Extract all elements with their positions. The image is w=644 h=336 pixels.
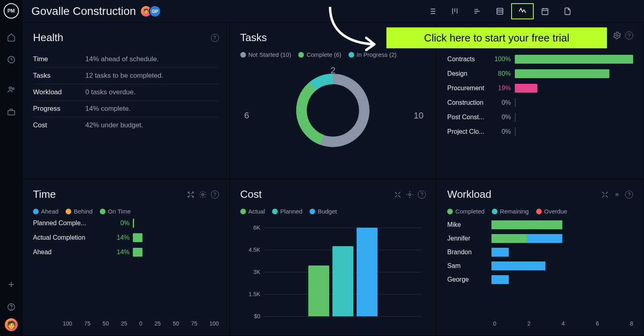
svg-rect-7: [542, 8, 548, 15]
project-title: Govalle Construction: [31, 5, 136, 18]
workload-legend: CompletedRemainingOverdue: [447, 208, 633, 215]
tasks-legend: Not Started (10)Complete (6)In Progress …: [240, 51, 426, 58]
legend-item[interactable]: Completed: [447, 208, 485, 215]
donut-label-complete: 6: [244, 110, 249, 121]
cost-bar: [332, 246, 353, 316]
card-title: Tasks: [240, 31, 267, 44]
view-switcher: [421, 3, 579, 19]
view-calendar-icon[interactable]: [534, 3, 556, 19]
legend-item[interactable]: Planned: [272, 208, 302, 215]
workload-row: George: [447, 275, 633, 284]
nav-recent-icon[interactable]: [0, 48, 23, 71]
view-dashboard-icon[interactable]: [511, 3, 534, 19]
help-icon[interactable]: ?: [211, 191, 219, 199]
card-title: Health: [33, 31, 63, 44]
legend-item[interactable]: Not Started (10): [240, 51, 291, 58]
legend-item[interactable]: Remaining: [492, 208, 529, 215]
phase-row: Contracts100%: [447, 55, 633, 64]
workload-row: Sam: [447, 261, 633, 270]
expand-icon[interactable]: [187, 191, 195, 199]
dashboard-grid: Health ? Time14% ahead of schedule.Tasks…: [23, 23, 644, 336]
view-sheet-icon[interactable]: [489, 3, 511, 19]
cost-chart: 6K4.5K3K1.5K$0: [240, 220, 426, 324]
card-title: Time: [33, 188, 56, 201]
nav-briefcase-icon[interactable]: [0, 101, 23, 123]
phase-row: Project Clo...0%: [447, 127, 633, 136]
donut-label-notstarted: 10: [414, 110, 423, 121]
legend-item[interactable]: Actual: [240, 208, 265, 215]
settings-icon[interactable]: [199, 191, 207, 199]
view-board-icon[interactable]: [444, 3, 466, 19]
cost-bar: [357, 228, 378, 316]
health-row: Workload0 tasks overdue.: [33, 84, 219, 101]
workload-row: Brandon: [447, 248, 633, 257]
svg-point-2: [12, 88, 14, 90]
app-logo[interactable]: PM: [4, 3, 19, 19]
health-row: Time14% ahead of schedule.: [33, 51, 219, 68]
svg-point-12: [202, 193, 204, 195]
time-row: Planned Comple...0%: [33, 219, 219, 228]
card-time: Time ? AheadBehindOn Time Planned Comple…: [23, 179, 230, 336]
legend-item[interactable]: Ahead: [33, 208, 58, 215]
svg-point-1: [9, 87, 11, 89]
nav-rail: PM 🧑: [0, 0, 23, 336]
legend-item[interactable]: Overdue: [536, 208, 568, 215]
time-row: Ahead14%: [33, 248, 219, 257]
time-axis: 1007550250255075100: [63, 320, 219, 327]
nav-add-icon[interactable]: [0, 273, 23, 296]
topbar: Govalle Construction 🧑 GP: [23, 0, 644, 23]
donut-label-inprogress: 2: [330, 65, 335, 76]
legend-item[interactable]: In Progress (2): [349, 51, 396, 58]
svg-point-11: [616, 35, 618, 37]
time-legend: AheadBehindOn Time: [33, 208, 219, 215]
time-row: Actual Completion14%: [33, 233, 219, 242]
help-icon[interactable]: ?: [625, 191, 633, 199]
member-avatar[interactable]: GP: [149, 5, 161, 17]
card-title: Workload: [447, 188, 491, 201]
health-row: Tasks12 tasks to be completed.: [33, 68, 219, 84]
phase-row: Procurement19%: [447, 84, 633, 93]
nav-home-icon[interactable]: [0, 26, 23, 48]
legend-item[interactable]: Budget: [310, 208, 337, 215]
phase-row: Design80%: [447, 69, 633, 78]
svg-point-5: [11, 309, 11, 309]
settings-icon[interactable]: [613, 191, 621, 199]
svg-rect-3: [8, 110, 14, 115]
cost-bar: [308, 265, 329, 316]
help-icon[interactable]: ?: [625, 31, 633, 39]
workload-row: Mike: [447, 220, 633, 229]
card-health: Health ? Time14% ahead of schedule.Tasks…: [23, 23, 230, 179]
svg-point-14: [616, 193, 618, 195]
svg-point-13: [409, 193, 411, 195]
workload-axis: 02468: [493, 320, 633, 327]
phase-row: Post Const...0%: [447, 113, 633, 122]
view-list-icon[interactable]: [421, 3, 444, 19]
legend-item[interactable]: Behind: [66, 208, 93, 215]
card-title: Cost: [240, 188, 262, 201]
view-gantt-icon[interactable]: [466, 3, 489, 19]
card-workload: Workload ? CompletedRemainingOverdue Mik…: [437, 179, 644, 336]
expand-icon[interactable]: [601, 191, 609, 199]
svg-rect-6: [497, 8, 503, 14]
nav-help-icon[interactable]: [0, 296, 23, 318]
settings-icon[interactable]: [406, 191, 414, 199]
help-icon[interactable]: ?: [211, 34, 219, 42]
card-cost: Cost ? ActualPlannedBudget 6K4.5K3K1.5K$…: [230, 179, 437, 336]
free-trial-banner[interactable]: Click here to start your free trial: [386, 27, 607, 48]
settings-icon[interactable]: [613, 31, 621, 39]
health-row: Progress14% complete.: [33, 101, 219, 117]
legend-item[interactable]: On Time: [100, 208, 131, 215]
view-files-icon[interactable]: [556, 3, 579, 19]
legend-item[interactable]: Complete (6): [298, 51, 341, 58]
workload-row: Jennifer: [447, 234, 633, 243]
project-members[interactable]: 🧑 GP: [143, 5, 161, 17]
user-avatar[interactable]: 🧑: [5, 318, 18, 331]
expand-icon[interactable]: [394, 191, 402, 199]
phase-row: Construction0%: [447, 98, 633, 107]
nav-team-icon[interactable]: [0, 78, 23, 101]
tasks-donut: 2 10 6: [240, 62, 426, 151]
health-row: Cost42% under budget.: [33, 117, 219, 133]
help-icon[interactable]: ?: [418, 191, 426, 199]
cost-legend: ActualPlannedBudget: [240, 208, 426, 215]
